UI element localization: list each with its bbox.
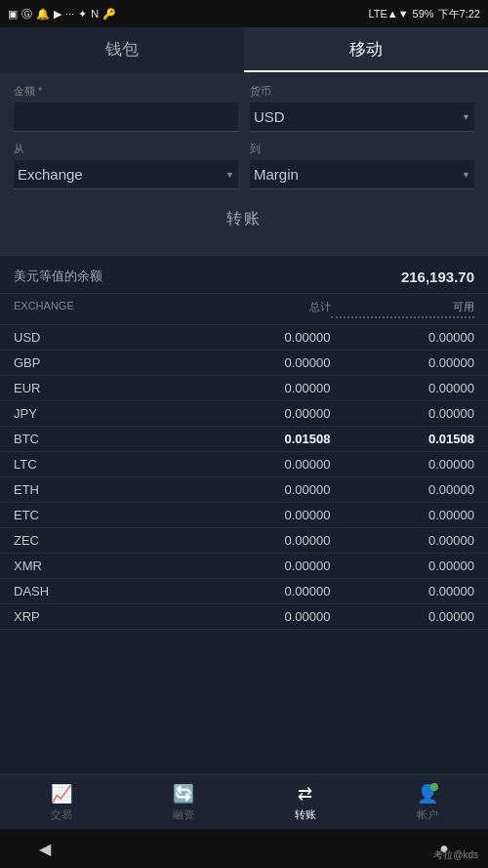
icon-dots: ··· bbox=[65, 8, 74, 20]
table-row: DASH0.000000.00000 bbox=[0, 579, 488, 604]
cell-total: 0.00000 bbox=[186, 482, 331, 497]
amount-input[interactable] bbox=[14, 103, 238, 132]
status-right-info: LTE▲▼ 59% 下午7:22 bbox=[368, 7, 480, 21]
cell-available: 0.00000 bbox=[331, 406, 475, 421]
table-row: USD0.000000.00000 bbox=[0, 325, 488, 351]
icon-g: Ⓖ bbox=[21, 7, 32, 21]
to-select[interactable]: Margin bbox=[250, 160, 474, 189]
cell-available: 0.00000 bbox=[331, 584, 475, 599]
to-label: 到 bbox=[250, 142, 474, 156]
back-button[interactable]: ◀ bbox=[39, 840, 51, 858]
nav-trade[interactable]: 📈 交易 bbox=[0, 775, 122, 829]
main-content: 金额 * 货币 USD 从 Exchange bbox=[0, 72, 488, 774]
fund-icon: 🔄 bbox=[173, 783, 194, 805]
cell-available: 0.00000 bbox=[331, 355, 475, 370]
system-bar: ◀ ● 考拉@kds bbox=[0, 829, 488, 868]
transfer-button[interactable]: 转账 bbox=[168, 199, 320, 239]
signal-icon: LTE▲▼ bbox=[368, 8, 408, 20]
amount-currency-row: 金额 * 货币 USD bbox=[14, 84, 474, 132]
nav-transfer[interactable]: ⇄ 转账 bbox=[244, 775, 366, 829]
time-display: 下午7:22 bbox=[438, 7, 480, 21]
transfer-btn-row: 转账 bbox=[14, 199, 474, 239]
battery-indicator: 59% bbox=[413, 8, 434, 20]
transfer-form: 金额 * 货币 USD 从 Exchange bbox=[0, 72, 488, 255]
cell-available: 0.00000 bbox=[331, 558, 475, 573]
table-body: USD0.000000.00000GBP0.000000.00000EUR0.0… bbox=[0, 325, 488, 630]
cell-total: 0.00000 bbox=[186, 457, 331, 472]
cell-total: 0.00000 bbox=[186, 381, 331, 395]
status-left-icons: ▣ Ⓖ 🔔 ▶ ··· ✦ N 🔑 bbox=[8, 7, 116, 21]
cell-currency: ETC bbox=[14, 508, 186, 522]
icon-bluetooth: ✦ bbox=[78, 8, 87, 21]
currency-group: 货币 USD bbox=[250, 84, 474, 132]
cell-available: 0.00000 bbox=[331, 508, 475, 522]
trade-label: 交易 bbox=[51, 807, 72, 822]
cell-available: 0.00000 bbox=[331, 609, 475, 624]
transfer-icon: ⇄ bbox=[298, 783, 312, 805]
table-row: GBP0.000000.00000 bbox=[0, 351, 488, 376]
from-group: 从 Exchange bbox=[14, 142, 238, 189]
from-to-row: 从 Exchange 到 Margin bbox=[14, 142, 474, 189]
cell-currency: EUR bbox=[14, 381, 186, 395]
cell-total: 0.00000 bbox=[186, 355, 331, 370]
header-available: 可用 bbox=[331, 300, 475, 318]
tab-wallet[interactable]: 钱包 bbox=[0, 27, 244, 72]
table-header: EXCHANGE 总计 可用 bbox=[0, 294, 488, 325]
currency-table: EXCHANGE 总计 可用 USD0.000000.00000GBP0.000… bbox=[0, 294, 488, 630]
brand-label: 考拉@kds bbox=[433, 848, 478, 862]
to-group: 到 Margin bbox=[250, 142, 474, 189]
cell-total: 0.00000 bbox=[186, 533, 331, 548]
cell-available: 0.00000 bbox=[331, 330, 475, 345]
trade-icon: 📈 bbox=[51, 783, 72, 805]
header-total: 总计 bbox=[186, 300, 331, 318]
table-row: ZEC0.000000.00000 bbox=[0, 528, 488, 554]
cell-currency: XMR bbox=[14, 558, 186, 573]
table-row: BTC0.015080.01508 bbox=[0, 427, 488, 452]
status-bar: ▣ Ⓖ 🔔 ▶ ··· ✦ N 🔑 LTE▲▼ 59% 下午7:22 bbox=[0, 0, 488, 27]
icon-bell: 🔔 bbox=[36, 8, 50, 21]
currency-select[interactable]: USD bbox=[250, 103, 474, 132]
icon-key: 🔑 bbox=[102, 8, 116, 21]
cell-total: 0.00000 bbox=[186, 558, 331, 573]
cell-total: 0.01508 bbox=[186, 432, 331, 446]
cell-currency: DASH bbox=[14, 584, 186, 599]
cell-currency: LTC bbox=[14, 457, 186, 472]
icon-play: ▶ bbox=[54, 8, 61, 21]
cell-currency: ZEC bbox=[14, 533, 186, 548]
cell-available: 0.00000 bbox=[331, 381, 475, 395]
cell-total: 0.00000 bbox=[186, 609, 331, 624]
icon-nfc: N bbox=[91, 8, 99, 20]
cell-available: 0.00000 bbox=[331, 482, 475, 497]
table-row: LTC0.000000.00000 bbox=[0, 452, 488, 477]
fund-label: 融资 bbox=[173, 807, 194, 822]
header-exchange: EXCHANGE bbox=[14, 300, 186, 318]
table-row: JPY0.000000.00000 bbox=[0, 401, 488, 427]
from-select-wrapper: Exchange bbox=[14, 160, 238, 189]
table-row: XMR0.000000.00000 bbox=[0, 554, 488, 579]
from-select[interactable]: Exchange bbox=[14, 160, 238, 189]
currency-label: 货币 bbox=[250, 84, 474, 99]
transfer-label: 转账 bbox=[295, 807, 316, 822]
amount-label: 金额 * bbox=[14, 84, 238, 99]
tab-mobile[interactable]: 移动 bbox=[244, 27, 488, 72]
nav-account[interactable]: 👤 帐户 bbox=[366, 775, 488, 829]
cell-currency: BTC bbox=[14, 432, 186, 446]
cell-available: 0.00000 bbox=[331, 533, 475, 548]
cell-total: 0.00000 bbox=[186, 508, 331, 522]
table-row: ETH0.000000.00000 bbox=[0, 477, 488, 503]
amount-group: 金额 * bbox=[14, 84, 238, 132]
currency-select-wrapper: USD bbox=[250, 103, 474, 132]
nav-fund[interactable]: 🔄 融资 bbox=[122, 775, 244, 829]
from-label: 从 bbox=[14, 142, 238, 156]
top-tabs: 钱包 移动 bbox=[0, 27, 488, 72]
to-select-wrapper: Margin bbox=[250, 160, 474, 189]
account-icon: 👤 bbox=[417, 783, 438, 805]
balance-value: 216,193.70 bbox=[401, 269, 474, 285]
cell-available: 0.00000 bbox=[331, 457, 475, 472]
account-label: 帐户 bbox=[417, 807, 438, 822]
cell-total: 0.00000 bbox=[186, 330, 331, 345]
table-row: XRP0.000000.00000 bbox=[0, 604, 488, 630]
cell-available: 0.01508 bbox=[331, 432, 475, 446]
bottom-nav: 📈 交易 🔄 融资 ⇄ 转账 👤 帐户 bbox=[0, 774, 488, 829]
cell-currency: JPY bbox=[14, 406, 186, 421]
